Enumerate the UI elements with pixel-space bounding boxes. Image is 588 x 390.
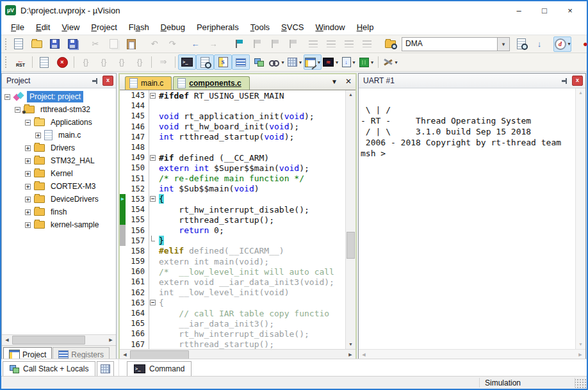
expand-icon[interactable]: + [25,171,31,177]
scroll-right-icon[interactable]: ▶ [575,350,585,359]
scrollbar-thumb[interactable] [130,350,189,359]
tree-item-applications[interactable]: −Applications [2,116,116,129]
menu-edit[interactable]: Edit [30,20,56,34]
close-document-icon[interactable]: ✕ [345,77,352,86]
tree-item-project-project[interactable]: −Project: project [2,90,116,103]
navigate-back-button[interactable]: ← [186,37,204,52]
scroll-left-icon[interactable]: ◀ [359,350,369,359]
new-file-button[interactable] [10,37,28,52]
scroll-left-icon[interactable]: ◀ [2,336,12,345]
navigate-forward-button[interactable]: → [204,37,222,52]
scrollbar-track[interactable] [346,99,355,340]
combo-dropdown-button[interactable]: ▾ [498,37,510,51]
scroll-down-icon[interactable]: ▼ [346,340,355,349]
scroll-up-icon[interactable]: ▲ [346,90,355,99]
paste-button[interactable] [122,37,140,52]
code-line-164[interactable]: 164 // call IAR table copy functio [120,308,345,318]
code-line-143[interactable]: 143#ifdef RT_USING_USER_MAIN [120,90,345,101]
menu-project[interactable]: Project [85,20,122,34]
menu-help[interactable]: Help [351,20,380,34]
fold-marker[interactable] [149,236,157,246]
find-in-files-button[interactable] [381,37,399,52]
toggle-bookmark-button[interactable] [227,37,245,52]
registers-window-button[interactable] [232,54,250,70]
code-line-149[interactable]: 149#if defined (__CC_ARM) [120,152,345,163]
cut-button[interactable]: ✂ [86,37,104,52]
tree-item-finsh[interactable]: +finsh [2,206,116,218]
scroll-left-icon[interactable]: ◀ [120,350,130,359]
save-button[interactable] [45,37,63,52]
fold-marker[interactable] [149,90,157,101]
scroll-right-icon[interactable]: ▶ [345,350,355,359]
clear-bookmarks-button[interactable] [281,37,299,52]
run-button[interactable] [35,54,53,70]
code-line-157[interactable]: 157} [120,236,345,246]
code-line-148[interactable]: 148 [120,142,345,152]
toolbar-grip[interactable] [5,38,6,50]
symbol-window-button[interactable]: S [214,54,232,70]
editor-vertical-scrollbar[interactable]: ▲ ▼ [345,90,355,349]
expand-icon[interactable]: + [25,158,31,164]
uart-terminal[interactable]: \ | / - RT - Thread Operating System / |… [359,88,575,349]
open-file-button[interactable] [28,37,45,52]
code-line-153[interactable]: ▶153{ [120,194,345,204]
menu-peripherals[interactable]: Peripherals [191,20,245,34]
step-button[interactable]: {} [77,54,95,70]
step-out-button[interactable]: {} [113,54,131,70]
code-line-152[interactable]: 152int $Sub$$main(void) [120,184,345,194]
expand-icon[interactable]: + [25,222,31,228]
memory-window-button[interactable]: ▾ [286,54,304,70]
debug-run-to-main-button[interactable]: d▾ [553,37,571,52]
uart-vertical-scrollbar[interactable]: ▲ ▼ [575,88,585,349]
scrollbar-thumb[interactable] [347,232,355,259]
code-line-154[interactable]: 154 rt_hw_interrupt_disable(); [120,204,345,215]
project-horizontal-scrollbar[interactable]: ◀ ▶ [2,334,116,345]
pin-icon[interactable] [562,77,568,84]
tree-item-cortex-m3[interactable]: +CORTEX-M3 [2,180,116,193]
collapse-icon[interactable]: − [15,107,20,113]
analysis-window-button[interactable]: ≈▾ [322,54,339,70]
code-line-155[interactable]: 155 rtthread_startup(); [120,215,345,225]
document-list-icon[interactable]: ▼ [331,78,338,85]
scroll-up-icon[interactable]: ▲ [576,88,585,97]
undo-button[interactable]: ↶ [145,37,163,52]
code-line-160[interactable]: 160/* __low_level_init will auto call [120,266,345,277]
editor-tab-main-c[interactable]: main.c [125,76,172,90]
tree-item-drivers[interactable]: +Drivers [2,142,116,154]
insert-breakpoint-button[interactable]: ● [576,37,588,52]
expand-icon[interactable]: + [35,133,41,138]
scrollbar-thumb[interactable] [12,336,85,345]
prev-bookmark-button[interactable] [245,37,263,52]
collapse-icon[interactable]: − [4,94,10,100]
step-over-button[interactable]: {} [95,54,113,70]
tree-item-stm32-hal[interactable]: +STM32_HAL [2,154,116,167]
fold-marker[interactable] [149,152,157,163]
menu-svcs[interactable]: SVCS [275,20,309,34]
copy-button[interactable] [104,37,122,52]
project-panel-close-button[interactable]: x [102,76,113,86]
menu-view[interactable]: View [56,20,85,34]
code-area[interactable]: 143#ifdef RT_USING_USER_MAIN144145void r… [120,90,345,349]
uart-panel-close-button[interactable]: x [572,76,583,86]
scroll-down-icon[interactable]: ▼ [576,340,585,349]
indent-button[interactable] [304,37,322,52]
toolbar-grip[interactable] [5,56,8,68]
tree-item-kernel[interactable]: +Kernel [2,167,116,180]
show-next-statement-button[interactable]: ⇒ [154,54,172,70]
tree-item-devicedrivers[interactable]: +DeviceDrivers [2,193,116,206]
tab-memory-window[interactable] [97,361,114,376]
reset-button[interactable]: RST [12,54,29,70]
code-line-161[interactable]: 161extern void __iar_data_init3(void); [120,277,345,287]
maximize-button[interactable]: □ [532,6,557,15]
find-button[interactable] [512,37,530,52]
tree-item-kernel-sample[interactable]: +kernel-sample [2,218,116,231]
menu-tools[interactable]: Tools [245,20,275,34]
tree-item-rtthread-stm32[interactable]: −rtthread-stm32 [2,103,116,116]
editor-tab-components-c[interactable]: components.c [173,76,249,90]
collapse-icon[interactable]: − [25,120,31,126]
call-stack-window-button[interactable] [250,54,268,70]
system-viewer-button[interactable]: ▾ [357,54,375,70]
code-line-151[interactable]: 151/* re-define main function */ [120,174,345,184]
fold-marker[interactable] [149,194,157,204]
fold-marker[interactable] [149,298,157,308]
